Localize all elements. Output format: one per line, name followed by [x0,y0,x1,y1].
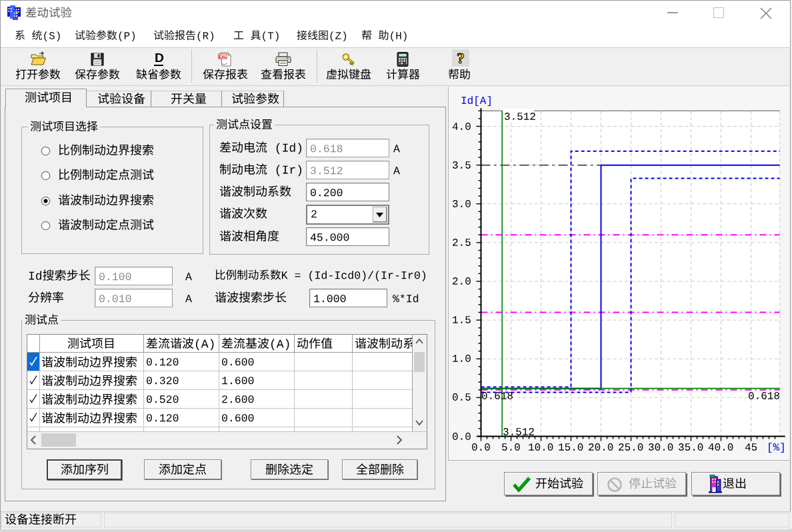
svg-text:?: ? [457,49,465,67]
svg-text:EXL: EXL [219,55,227,59]
svg-text:D: D [155,51,164,65]
